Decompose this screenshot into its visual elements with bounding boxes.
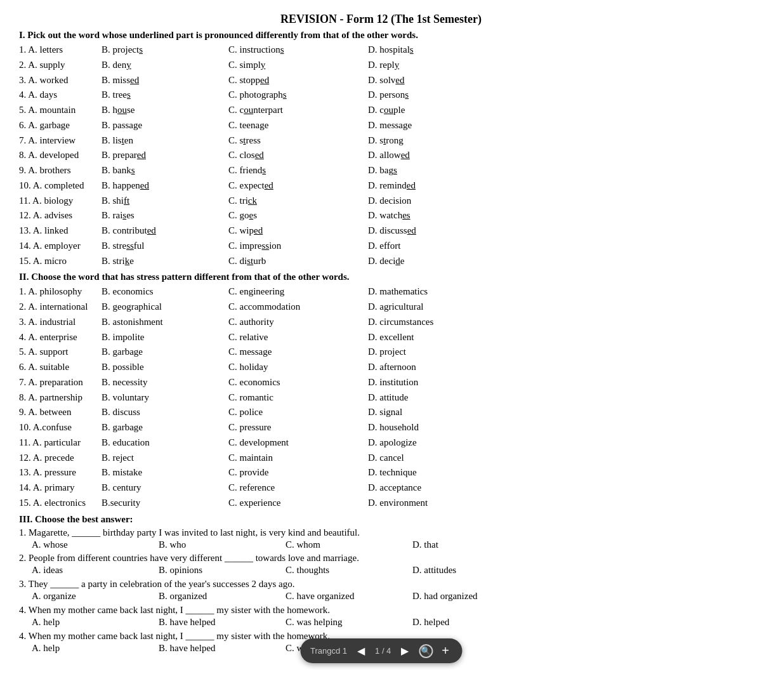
list-item: C. stress (228, 134, 368, 148)
table-row: 15. A. electronicsB.securityC. experienc… (19, 496, 743, 510)
list-item: C. instructions (228, 43, 368, 57)
list-item: D. allowed (368, 149, 482, 162)
list-item: C. impression (228, 239, 368, 253)
list-item: B. impolite (102, 331, 228, 345)
list-item: D. decision (368, 194, 482, 208)
prev-page-button[interactable]: ◀ (353, 644, 369, 658)
list-item: 5. A. mountain (19, 103, 102, 117)
list-item: C. development (228, 436, 368, 450)
list-item: D. strong (368, 134, 482, 148)
list-item: 5. A. support (19, 345, 102, 359)
list-item: B. projects (102, 43, 228, 57)
list-item: B. house (102, 103, 228, 117)
list-item: C. pressure (228, 421, 368, 435)
list-item: D. circumstances (368, 315, 482, 329)
option-item: B. have helped (159, 642, 286, 656)
table-row: 9. A. brothersB. banksC. friendsD. bags (19, 164, 743, 178)
list-item: D. couple (368, 103, 482, 117)
question-text: 4. When my mother came back last night, … (19, 605, 743, 616)
list-item: D. project (368, 345, 482, 359)
add-button[interactable]: + (439, 642, 452, 659)
toolbar-filename: Trangcd 1 (310, 646, 347, 656)
list-item: C. reference (228, 481, 368, 495)
list-item: 1. A. philosophy (19, 285, 102, 299)
table-row: 4. A. daysB. treesC. photographsD. perso… (19, 88, 743, 102)
options-row: A. whoseB. whoC. whomD. that (19, 538, 743, 552)
list-item: 9. A. brothers (19, 164, 102, 178)
list-item: B. geographical (102, 300, 228, 314)
option-item: D. that (412, 538, 539, 552)
table-row: 11. A. biologyB. shiftC. trickD. decisio… (19, 194, 743, 208)
table-row: 6. A. suitableB. possibleC. holidayD. af… (19, 360, 743, 374)
list-item: 4. A. days (19, 88, 102, 102)
list-item: C. police (228, 406, 368, 419)
list-item: B. necessity (102, 376, 228, 390)
next-page-button[interactable]: ▶ (397, 644, 412, 658)
list-item: D. reply (368, 58, 482, 72)
option-item: C. was helping (286, 616, 412, 630)
list-item: D. hospitals (368, 43, 482, 57)
list-item: B. contributed (102, 224, 228, 238)
list-item: C. engineering (228, 285, 368, 299)
toolbar-page-info: 1 / 4 (375, 646, 391, 656)
table-row: 1. A. philosophyB. economicsC. engineeri… (19, 285, 743, 299)
list-item: 6. A. suitable (19, 360, 102, 374)
list-item: D. household (368, 421, 482, 435)
section3-header-text: III. Choose the best answer: (19, 514, 133, 524)
list-item: 14. A. employer (19, 239, 102, 253)
list-item: 4. A. enterprise (19, 331, 102, 345)
table-row: 10. A.confuseB. garbageC. pressureD. hou… (19, 421, 743, 435)
list-item: 15. A. micro (19, 254, 102, 268)
list-item: C. simply (228, 58, 368, 72)
table-row: 4. A. enterpriseB. impoliteC. relativeD.… (19, 331, 743, 345)
section1-header: I. Pick out the word whose underlined pa… (19, 30, 743, 41)
list-item: D. technique (368, 466, 482, 480)
list-item: B. garbage (102, 421, 228, 435)
list-item: C. message (228, 345, 368, 359)
list-item: 2. A. supply (19, 58, 102, 72)
list-item: B. banks (102, 164, 228, 178)
options-row: A. helpB. have helpedC. was helpingD. he… (19, 616, 743, 630)
question-text: 1. Magarette, ______ birthday party I wa… (19, 527, 743, 538)
list-item: B. astonishment (102, 315, 228, 329)
list-item: B. deny (102, 58, 228, 72)
list-item: C. provide (228, 466, 368, 480)
list-item: C. photographs (228, 88, 368, 102)
list-item: B. happened (102, 179, 228, 193)
search-icon[interactable]: 🔍 (419, 644, 433, 658)
table-row: 3. A. industrialB. astonishmentC. author… (19, 315, 743, 329)
list-item: B. shift (102, 194, 228, 208)
list-item: B. raises (102, 209, 228, 223)
list-item: B. education (102, 436, 228, 450)
list-item: C. friends (228, 164, 368, 178)
list-item: D. afternoon (368, 360, 482, 374)
option-item: A. organize (32, 590, 159, 604)
list-item: 1. A. letters (19, 43, 102, 57)
option-item: A. whose (32, 538, 159, 552)
list-item: 11. A. biology (19, 194, 102, 208)
list-item: B. garbage (102, 345, 228, 359)
title-text: REVISION - Form 12 (The 1st Semester) (280, 13, 482, 25)
list-item: C. romantic (228, 391, 368, 405)
list-item: C. relative (228, 331, 368, 345)
option-item: B. organized (159, 590, 286, 604)
option-item: D. helped (412, 616, 539, 630)
table-row: 13. A. linkedB. contributedC. wipedD. di… (19, 224, 743, 238)
list-item: C. goes (228, 209, 368, 223)
option-item: C. thoughts (286, 564, 412, 578)
option-item: C. whom (286, 538, 412, 552)
option-item: B. opinions (159, 564, 286, 578)
options-row: A. organizeB. organizedC. have organized… (19, 590, 743, 604)
list-item: 7. A. interview (19, 134, 102, 148)
list-item: C. accommodation (228, 300, 368, 314)
list-item: D. message (368, 119, 482, 133)
section2-header: II. Choose the word that has stress patt… (19, 272, 743, 282)
list-item: C. disturb (228, 254, 368, 268)
list-item: B. discuss (102, 406, 228, 419)
table-row: 11. A. particularB. educationC. developm… (19, 436, 743, 450)
list-item: 7. A. preparation (19, 376, 102, 390)
option-item: B. who (159, 538, 286, 552)
list-item: 3. They ______ a party in celebration of… (19, 579, 743, 604)
list-item: B. strike (102, 254, 228, 268)
list-item: B. prepared (102, 149, 228, 162)
